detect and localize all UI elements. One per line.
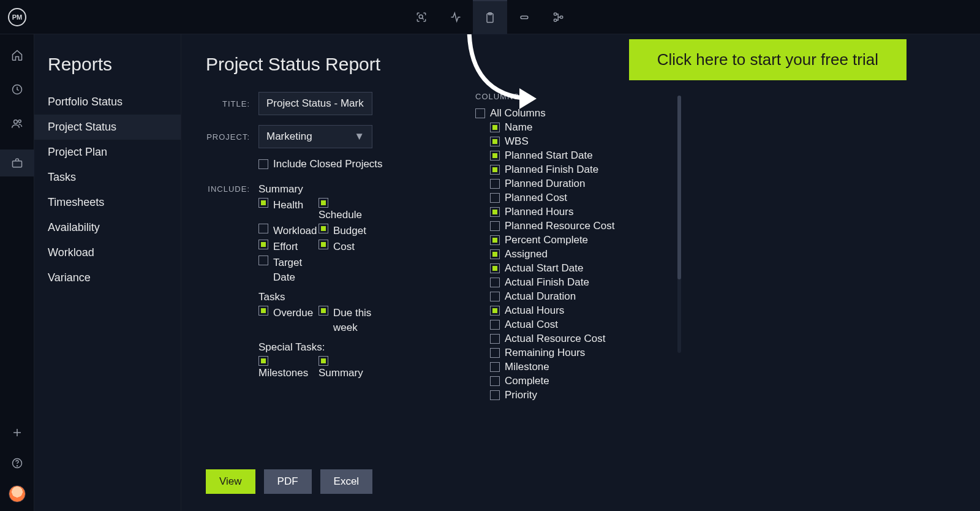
column-checkbox[interactable]	[490, 348, 500, 358]
link-icon[interactable]	[507, 0, 541, 34]
include-checkbox[interactable]	[318, 356, 328, 366]
column-option[interactable]: Planned Resource Cost	[490, 220, 671, 232]
avatar[interactable]	[9, 485, 26, 502]
column-option[interactable]: Remaining Hours	[490, 347, 671, 359]
sidebar-item[interactable]: Timesheets	[34, 190, 181, 215]
include-checkbox[interactable]	[258, 224, 268, 233]
column-option[interactable]: Name	[490, 121, 671, 134]
sidebar-item[interactable]: Portfolio Status	[34, 89, 181, 115]
column-checkbox[interactable]	[490, 221, 500, 231]
column-checkbox[interactable]	[490, 151, 500, 161]
hierarchy-icon[interactable]	[541, 0, 576, 34]
clock-icon[interactable]	[9, 81, 26, 98]
sidebar-item[interactable]: Workload	[34, 240, 181, 265]
plus-icon[interactable]	[9, 424, 26, 441]
include-closed-label: Include Closed Projects	[273, 158, 383, 170]
column-option[interactable]: Percent Complete	[490, 234, 671, 246]
column-checkbox[interactable]	[490, 137, 500, 146]
column-checkbox[interactable]	[490, 123, 500, 132]
columns-scrollbar[interactable]	[677, 96, 681, 353]
help-icon[interactable]	[9, 455, 26, 472]
column-label: Actual Finish Date	[505, 276, 589, 289]
reports-sidebar: Reports Portfolio StatusProject StatusPr…	[34, 34, 181, 511]
clipboard-icon[interactable]	[473, 0, 507, 34]
all-columns-checkbox[interactable]	[475, 108, 485, 118]
column-checkbox[interactable]	[490, 193, 500, 203]
sidebar-item[interactable]: Tasks	[34, 165, 181, 190]
column-checkbox[interactable]	[490, 320, 500, 330]
include-checkbox[interactable]	[258, 240, 268, 249]
sidebar-item[interactable]: Project Plan	[34, 140, 181, 165]
svg-point-9	[18, 120, 21, 123]
column-label: Planned Cost	[505, 192, 567, 204]
column-option[interactable]: Planned Hours	[490, 206, 671, 218]
column-option[interactable]: Milestone	[490, 361, 671, 373]
sidebar-item[interactable]: Availability	[34, 215, 181, 240]
include-closed-checkbox[interactable]	[258, 159, 268, 169]
column-checkbox[interactable]	[490, 165, 500, 175]
include-checkbox[interactable]	[258, 198, 268, 208]
column-checkbox[interactable]	[490, 278, 500, 287]
title-input[interactable]	[258, 92, 372, 115]
users-icon[interactable]	[9, 115, 26, 132]
column-label: Actual Hours	[505, 305, 564, 317]
column-checkbox[interactable]	[490, 306, 500, 316]
include-checkbox[interactable]	[318, 306, 328, 316]
sidebar-item[interactable]: Project Status	[34, 115, 181, 140]
svg-point-12	[17, 466, 18, 466]
column-option[interactable]: Actual Duration	[490, 290, 671, 303]
column-option[interactable]: Priority	[490, 389, 671, 401]
column-option[interactable]: WBS	[490, 135, 671, 148]
column-label: Planned Start Date	[505, 150, 593, 162]
column-option[interactable]: Actual Hours	[490, 305, 671, 317]
column-option[interactable]: Planned Finish Date	[490, 164, 671, 176]
column-checkbox[interactable]	[490, 179, 500, 189]
column-option[interactable]: Actual Cost	[490, 319, 671, 331]
column-option[interactable]: Planned Cost	[490, 192, 671, 204]
include-label: INCLUDE:	[206, 183, 258, 380]
column-checkbox[interactable]	[490, 390, 500, 400]
project-select[interactable]: Marketing ▼	[258, 125, 372, 148]
include-checkbox[interactable]	[258, 255, 268, 265]
include-checkbox[interactable]	[258, 356, 268, 366]
column-option[interactable]: Complete	[490, 375, 671, 387]
svg-point-8	[13, 120, 17, 124]
column-option[interactable]: Assigned	[490, 248, 671, 260]
column-option[interactable]: Actual Resource Cost	[490, 333, 671, 345]
pdf-button[interactable]: PDF	[264, 469, 312, 494]
column-option[interactable]: Planned Duration	[490, 178, 671, 190]
cta-button[interactable]: Click here to start your free trial	[629, 39, 907, 80]
column-label: WBS	[505, 135, 529, 148]
column-checkbox[interactable]	[490, 263, 500, 273]
column-checkbox[interactable]	[490, 292, 500, 301]
column-option[interactable]: Actual Finish Date	[490, 276, 671, 289]
view-button[interactable]: View	[206, 469, 255, 494]
project-select-value: Marketing	[266, 131, 312, 143]
include-checkbox[interactable]	[318, 224, 328, 233]
svg-point-0	[419, 15, 423, 18]
column-checkbox[interactable]	[490, 207, 500, 217]
column-option[interactable]: Actual Start Date	[490, 262, 671, 274]
column-checkbox[interactable]	[490, 376, 500, 386]
sidebar-item[interactable]: Variance	[34, 265, 181, 290]
include-checkbox[interactable]	[318, 198, 328, 208]
include-option-label: Cost	[333, 240, 355, 254]
column-checkbox[interactable]	[490, 235, 500, 245]
briefcase-icon[interactable]	[0, 150, 34, 176]
logo[interactable]: PM	[0, 0, 34, 34]
home-icon[interactable]	[9, 47, 26, 64]
column-option[interactable]: Planned Start Date	[490, 150, 671, 162]
activity-icon[interactable]	[439, 0, 473, 34]
include-checkbox[interactable]	[258, 306, 268, 316]
column-label: Actual Start Date	[505, 262, 584, 274]
excel-button[interactable]: Excel	[320, 469, 373, 494]
column-checkbox[interactable]	[490, 334, 500, 344]
column-checkbox[interactable]	[490, 362, 500, 372]
svg-rect-6	[560, 16, 563, 18]
search-scan-icon[interactable]	[404, 0, 439, 34]
include-checkbox[interactable]	[318, 240, 328, 249]
all-columns-label: All Columns	[490, 107, 546, 119]
include-option-label: Milestones	[258, 366, 308, 380]
column-checkbox[interactable]	[490, 249, 500, 259]
svg-rect-3	[521, 16, 528, 18]
